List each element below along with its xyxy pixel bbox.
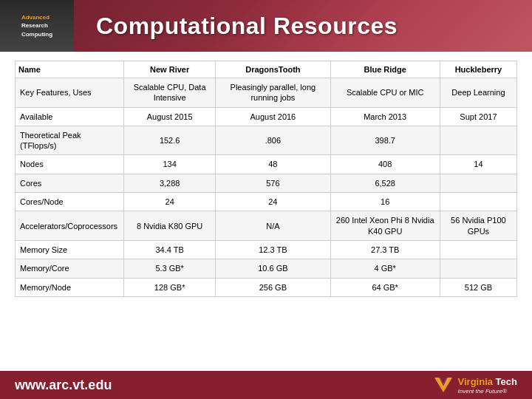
- row-cell: 56 Nvidia P100 GPUs: [440, 211, 516, 241]
- row-cell: 27.3 TB: [330, 240, 440, 259]
- row-cell: Scalable CPU, Data Intensive: [124, 78, 216, 108]
- table-header-row: Name New River DragonsTooth Blue Ridge H…: [16, 61, 517, 78]
- row-label: Cores: [16, 174, 124, 192]
- table-row: Accelerators/Coprocessors8 Nvidia K80 GP…: [16, 211, 517, 241]
- col-blueridge: Blue Ridge: [330, 61, 440, 78]
- row-label: Theoretical Peak (TFlops/s): [16, 126, 124, 155]
- logo-line3: Computing: [21, 30, 52, 38]
- row-label: Accelerators/Coprocessors: [16, 211, 124, 241]
- col-newriver: New River: [124, 61, 216, 78]
- row-cell: 260 Intel Xeon Phi 8 Nvidia K40 GPU: [330, 211, 440, 241]
- row-cell: 6,528: [330, 174, 440, 192]
- row-label: Memory Size: [16, 240, 124, 259]
- row-label: Memory/Core: [16, 259, 124, 278]
- table-row: Key Features, UsesScalable CPU, Data Int…: [16, 78, 517, 108]
- logo-line1: Advanced: [21, 13, 52, 21]
- row-cell: 24: [216, 193, 330, 211]
- table-row: Memory Size34.4 TB12.3 TB27.3 TB: [16, 240, 517, 259]
- row-cell: 14: [440, 155, 516, 174]
- footer-logo: Virginia Tech Invent the Future®: [433, 375, 517, 395]
- col-dragonstooth: DragonsTooth: [216, 61, 330, 78]
- row-label: Memory/Node: [16, 278, 124, 296]
- row-cell: 5.3 GB*: [124, 259, 216, 278]
- row-cell: March 2013: [330, 107, 440, 126]
- row-cell: 398.7: [330, 126, 440, 155]
- row-cell: 4 GB*: [330, 259, 440, 278]
- row-cell: 8 Nvidia K80 GPU: [124, 211, 216, 241]
- row-cell: 3,288: [124, 174, 216, 192]
- col-name: Name: [16, 61, 124, 78]
- main-content: Name New River DragonsTooth Blue Ridge H…: [0, 52, 532, 303]
- row-cell: Supt 2017: [440, 107, 516, 126]
- row-cell: 576: [216, 174, 330, 192]
- row-cell: 152.6: [124, 126, 216, 155]
- row-cell: 128 GB*: [124, 278, 216, 296]
- logo-line2: Research: [21, 21, 52, 30]
- table-row: Nodes1344840814: [16, 155, 517, 174]
- row-cell: N/A: [216, 211, 330, 241]
- logo-area: Advanced Research Computing: [0, 0, 74, 52]
- header-banner: Advanced Research Computing Computationa…: [0, 0, 532, 52]
- row-cell: .806: [216, 126, 330, 155]
- resources-table: Name New River DragonsTooth Blue Ridge H…: [15, 61, 517, 297]
- footer-tagline: Invent the Future®: [458, 388, 517, 395]
- row-cell: Deep Learning: [440, 78, 516, 108]
- row-cell: [440, 193, 516, 211]
- page-title: Computational Resources: [74, 13, 398, 40]
- row-cell: 34.4 TB: [124, 240, 216, 259]
- table-row: Theoretical Peak (TFlops/s)152.6.806398.…: [16, 126, 517, 155]
- table-row: Cores/Node242416: [16, 193, 517, 211]
- vt-logo-icon: [433, 375, 454, 395]
- row-cell: 134: [124, 155, 216, 174]
- row-cell: 48: [216, 155, 330, 174]
- row-cell: 24: [124, 193, 216, 211]
- table-row: Cores3,2885766,528: [16, 174, 517, 192]
- row-cell: [440, 259, 516, 278]
- col-huckleberry: Huckleberry: [440, 61, 516, 78]
- table-row: Memory/Core5.3 GB*10.6 GB4 GB*: [16, 259, 517, 278]
- row-cell: 64 GB*: [330, 278, 440, 296]
- row-cell: [440, 126, 516, 155]
- row-cell: Scalable CPU or MIC: [330, 78, 440, 108]
- footer-brandname: Virginia Tech: [458, 376, 517, 387]
- footer: www.arc.vt.edu Virginia Tech Invent the …: [0, 371, 532, 399]
- row-label: Available: [16, 107, 124, 126]
- row-label: Key Features, Uses: [16, 78, 124, 108]
- table-row: Memory/Node128 GB*256 GB64 GB*512 GB: [16, 278, 517, 296]
- logo-text: Advanced Research Computing: [18, 10, 55, 41]
- row-cell: 12.3 TB: [216, 240, 330, 259]
- row-label: Cores/Node: [16, 193, 124, 211]
- row-cell: 512 GB: [440, 278, 516, 296]
- row-cell: [440, 240, 516, 259]
- footer-url: www.arc.vt.edu: [15, 378, 112, 393]
- row-cell: 408: [330, 155, 440, 174]
- row-cell: 16: [330, 193, 440, 211]
- footer-brand-orange: Virginia: [458, 376, 493, 387]
- row-cell: Pleasingly parallel, long running jobs: [216, 78, 330, 108]
- row-cell: August 2016: [216, 107, 330, 126]
- row-cell: [440, 174, 516, 192]
- row-label: Nodes: [16, 155, 124, 174]
- row-cell: August 2015: [124, 107, 216, 126]
- row-cell: 256 GB: [216, 278, 330, 296]
- table-row: AvailableAugust 2015August 2016March 201…: [16, 107, 517, 126]
- row-cell: 10.6 GB: [216, 259, 330, 278]
- footer-logo-text-block: Virginia Tech Invent the Future®: [458, 376, 517, 395]
- footer-brand-white: Tech: [496, 376, 517, 387]
